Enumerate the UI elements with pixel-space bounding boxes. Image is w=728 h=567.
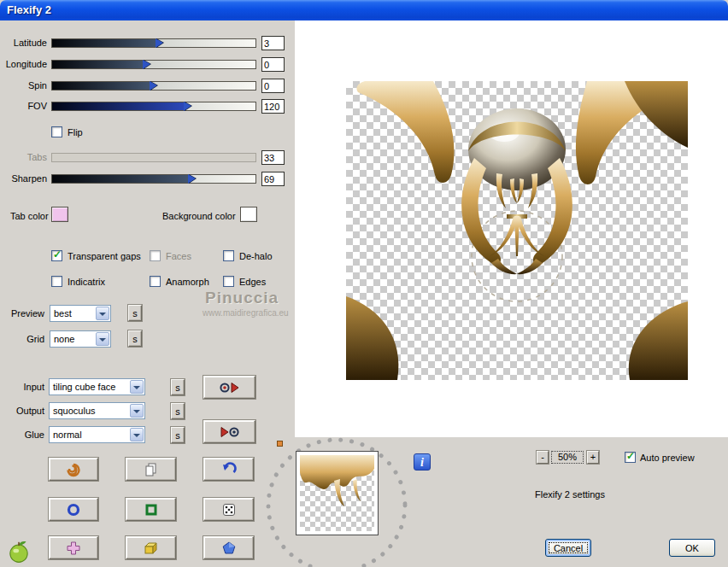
indicatrix-checkbox[interactable]	[51, 276, 62, 287]
auto-preview-label: Auto preview	[640, 453, 695, 464]
preview-select[interactable]: best	[50, 305, 111, 322]
shell-preset-button[interactable]	[49, 458, 98, 481]
tab-color-swatch[interactable]	[51, 207, 68, 222]
ring-icon	[65, 501, 82, 518]
output-select[interactable]: squoculus	[49, 402, 145, 419]
grid-select-value: none	[54, 334, 74, 344]
edges-checkbox[interactable]	[223, 276, 234, 287]
input-shuffle-button[interactable]: s	[171, 379, 185, 395]
background-color-label: Background color	[162, 211, 236, 222]
tabs-value-input[interactable]	[261, 150, 285, 165]
glue-select-arrow-button[interactable]	[130, 428, 144, 441]
blue-pentagon-icon	[220, 540, 238, 557]
tabs-label: Tabs	[0, 152, 47, 163]
preview-thumbnail[interactable]	[296, 451, 379, 535]
chevron-down-icon	[133, 410, 140, 413]
glue-shuffle-button[interactable]: s	[171, 427, 185, 443]
dehalo-checkbox[interactable]	[223, 250, 234, 261]
square-preset-button[interactable]	[126, 498, 176, 521]
watermark-text: Pinuccia	[205, 289, 279, 307]
longitude-value-input[interactable]	[261, 57, 285, 72]
longitude-slider-thumb[interactable]	[143, 60, 150, 69]
undo-button[interactable]	[203, 458, 254, 481]
output-select-arrow-button[interactable]	[130, 404, 144, 418]
cancel-button[interactable]: Cancel	[545, 539, 591, 557]
preview-select-value: best	[54, 308, 72, 319]
transparency-checkerboard	[346, 81, 688, 380]
flaming-pear-logo-button[interactable]	[7, 538, 31, 564]
sharpen-slider-fill	[52, 175, 191, 183]
grid-select[interactable]: none	[50, 330, 111, 348]
auto-preview-checkbox[interactable]	[625, 452, 636, 463]
copy-page-icon	[143, 461, 160, 478]
ring-handle[interactable]	[277, 441, 283, 447]
grid-shuffle-button[interactable]: s	[128, 330, 142, 347]
preview-select-arrow-button[interactable]	[96, 307, 109, 320]
record-play-icon	[219, 380, 241, 395]
input-record-play-button[interactable]	[203, 376, 255, 399]
green-apple-icon	[7, 538, 31, 564]
glue-play-record-button[interactable]	[203, 420, 255, 443]
zoom-out-button[interactable]: -	[537, 451, 549, 464]
preview-label: Preview	[0, 308, 44, 319]
fov-slider-thumb[interactable]	[184, 102, 191, 111]
latitude-slider-thumb[interactable]	[156, 38, 163, 48]
randomize-button[interactable]	[203, 498, 254, 521]
spin-slider[interactable]	[51, 81, 256, 91]
undo-arrow-icon	[220, 461, 238, 478]
spin-slider-thumb[interactable]	[150, 81, 157, 91]
tab-color-label: Tab color	[10, 211, 49, 222]
fov-slider-fill	[52, 102, 186, 110]
fov-value-input[interactable]	[261, 99, 285, 114]
sharpen-slider-thumb[interactable]	[188, 174, 196, 184]
window-title: Flexify 2	[7, 3, 51, 16]
input-select-value: tiling cube face	[53, 382, 115, 392]
spin-value-input[interactable]	[261, 79, 285, 93]
chevron-down-icon	[133, 434, 140, 437]
background-color-swatch[interactable]	[240, 207, 257, 222]
input-select-arrow-button[interactable]	[130, 380, 144, 394]
edges-label: Edges	[239, 277, 266, 288]
ok-button[interactable]: OK	[669, 539, 715, 557]
grid-label: Grid	[0, 334, 44, 345]
thumbnail-image	[300, 455, 374, 531]
flip-label: Flip	[68, 127, 83, 138]
zoom-level[interactable]: 50%	[551, 451, 584, 464]
longitude-label: Longitude	[0, 59, 47, 70]
preview-shuffle-button[interactable]: s	[128, 305, 142, 321]
grid-select-arrow-button[interactable]	[96, 332, 109, 346]
output-label: Output	[0, 406, 44, 417]
dehalo-label: De-halo	[239, 251, 273, 262]
copy-settings-button[interactable]	[126, 458, 176, 481]
longitude-slider-fill	[52, 61, 145, 68]
fov-slider[interactable]	[51, 102, 256, 111]
flip-checkbox[interactable]	[51, 126, 62, 137]
glue-select-value: normal	[53, 430, 82, 440]
play-record-icon	[219, 424, 241, 440]
sharpen-value-input[interactable]	[261, 172, 285, 186]
glue-select[interactable]: normal	[49, 426, 145, 443]
transparent-gaps-checkbox[interactable]	[51, 250, 62, 261]
sharpen-slider[interactable]	[51, 174, 256, 184]
ring-preset-button[interactable]	[49, 498, 98, 521]
chevron-down-icon	[99, 338, 106, 342]
output-shuffle-button[interactable]: s	[171, 403, 185, 419]
info-button[interactable]: i	[414, 453, 431, 471]
zoom-in-button[interactable]: +	[587, 451, 599, 464]
input-select[interactable]: tiling cube face	[49, 378, 145, 395]
latitude-slider[interactable]	[51, 38, 256, 48]
preview-panel[interactable]	[295, 20, 728, 437]
latitude-label: Latitude	[0, 38, 47, 49]
longitude-slider[interactable]	[51, 60, 256, 69]
watermark-url: www.maidiregrafica.eu	[203, 308, 289, 318]
fov-label: FOV	[0, 101, 47, 112]
indicatrix-label: Indicatrix	[68, 277, 105, 288]
cross-preset-button[interactable]	[49, 536, 98, 559]
faces-checkbox	[150, 250, 161, 261]
anamorph-checkbox[interactable]	[150, 276, 161, 287]
input-label: Input	[0, 382, 44, 393]
titlebar[interactable]: Flexify 2	[0, 0, 728, 20]
latitude-value-input[interactable]	[261, 36, 285, 50]
cube-preset-button[interactable]	[126, 536, 176, 559]
gem-preset-button[interactable]	[203, 536, 254, 559]
